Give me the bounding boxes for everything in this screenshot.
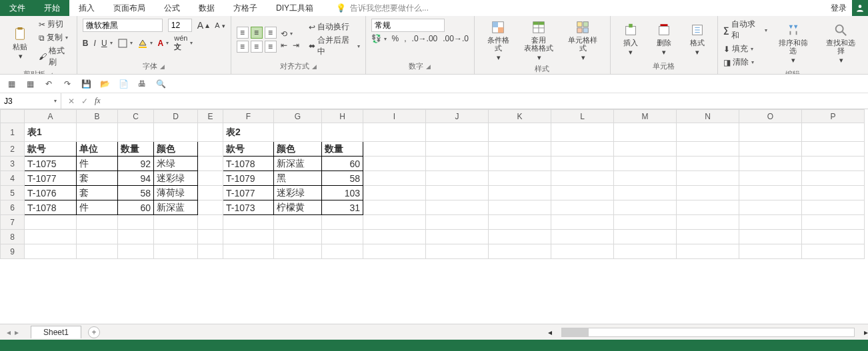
percent-button[interactable]: % <box>392 34 399 43</box>
qat-undo-button[interactable]: ↶ <box>43 78 55 90</box>
cell-I9[interactable] <box>363 244 426 259</box>
tab-2[interactable]: 页面布局 <box>104 0 155 16</box>
cell-B8[interactable] <box>77 230 118 244</box>
cell-J1[interactable] <box>426 123 489 142</box>
cell-A2[interactable]: 款号 <box>25 142 77 157</box>
qat-preview-button[interactable]: 🔍 <box>155 78 167 90</box>
cell-A9[interactable] <box>25 244 77 259</box>
cell-N9[interactable] <box>677 244 739 259</box>
cell-K2[interactable] <box>489 142 551 157</box>
qat-btn-2[interactable]: ▦ <box>24 78 36 90</box>
cell-C9[interactable] <box>118 244 154 259</box>
cell-J4[interactable] <box>426 171 489 186</box>
autosum-button[interactable]: ∑自动求和▾ <box>723 19 767 41</box>
cell-J7[interactable] <box>426 215 489 230</box>
cell-A3[interactable]: T-1075 <box>25 157 77 171</box>
qat-redo-button[interactable]: ↷ <box>61 78 73 90</box>
alignment-grid[interactable]: ≡≡≡ ≡≡≡ <box>237 27 277 53</box>
cell-O9[interactable] <box>739 244 802 259</box>
cell-M5[interactable] <box>614 186 677 200</box>
qat-new-button[interactable]: 📄 <box>117 78 129 90</box>
cell-N1[interactable] <box>677 123 739 142</box>
row-header-7[interactable]: 7 <box>1 215 25 230</box>
italic-button[interactable]: I <box>94 39 96 48</box>
name-box[interactable]: ▾ <box>0 93 61 109</box>
col-header-I[interactable]: I <box>363 110 426 123</box>
cell-A5[interactable]: T-1076 <box>25 186 77 200</box>
cell-L3[interactable] <box>551 157 614 171</box>
cell-E5[interactable] <box>198 186 223 200</box>
cell-P3[interactable] <box>802 157 865 171</box>
cell-I7[interactable] <box>363 215 426 230</box>
dialog-launcher-icon[interactable]: ◢ <box>312 63 317 70</box>
cell-M7[interactable] <box>614 215 677 230</box>
cell-L8[interactable] <box>551 230 614 244</box>
row-header-8[interactable]: 8 <box>1 230 25 244</box>
cell-E9[interactable] <box>198 244 223 259</box>
cell-E4[interactable] <box>198 171 223 186</box>
cell-F5[interactable]: T-1077 <box>223 186 274 200</box>
cell-F4[interactable]: T-1079 <box>223 171 274 186</box>
col-header-M[interactable]: M <box>614 110 677 123</box>
merge-center-button[interactable]: ⬌合并后居中▾ <box>309 35 360 57</box>
cell-P6[interactable] <box>802 200 865 215</box>
cell-D7[interactable] <box>154 215 198 230</box>
number-format-select[interactable] <box>371 19 445 32</box>
cell-K5[interactable] <box>489 186 551 200</box>
scroll-left-icon[interactable]: ◂ <box>548 328 552 337</box>
cell-D4[interactable]: 迷彩绿 <box>154 171 198 186</box>
cell-P5[interactable] <box>802 186 865 200</box>
cell-B2[interactable]: 单位 <box>77 142 118 157</box>
find-select-button[interactable]: 查找和选择▾ <box>819 21 863 65</box>
qat-open-button[interactable]: 📂 <box>99 78 111 90</box>
cell-D2[interactable]: 颜色 <box>154 142 198 157</box>
cell-J9[interactable] <box>426 244 489 259</box>
scroll-right-icon[interactable]: ▸ <box>864 328 868 337</box>
cell-F8[interactable] <box>223 230 274 244</box>
copy-button[interactable]: ⧉复制▾ <box>39 32 71 43</box>
sort-filter-button[interactable]: 排序和筛选▾ <box>771 21 815 65</box>
sheet-tab-active[interactable]: Sheet1 <box>31 326 81 338</box>
col-header-L[interactable]: L <box>551 110 614 123</box>
decrease-font-button[interactable]: A▾ <box>215 21 225 29</box>
cell-H7[interactable] <box>322 215 363 230</box>
cell-G8[interactable] <box>274 230 322 244</box>
cell-I1[interactable] <box>363 123 426 142</box>
cell-F2[interactable]: 款号 <box>223 142 274 157</box>
bold-button[interactable]: B <box>83 39 89 48</box>
cell-D6[interactable]: 新深蓝 <box>154 200 198 215</box>
cell-H5[interactable]: 103 <box>322 186 363 200</box>
cell-O7[interactable] <box>739 215 802 230</box>
clear-button[interactable]: ◨清除▾ <box>723 57 767 68</box>
cell-B1[interactable] <box>77 123 118 142</box>
cell-C8[interactable] <box>118 230 154 244</box>
cell-O8[interactable] <box>739 230 802 244</box>
cell-J2[interactable] <box>426 142 489 157</box>
font-name-select[interactable] <box>83 19 163 32</box>
cell-H9[interactable] <box>322 244 363 259</box>
cell-M9[interactable] <box>614 244 677 259</box>
tab-4[interactable]: 数据 <box>189 0 224 16</box>
cell-K8[interactable] <box>489 230 551 244</box>
cell-M8[interactable] <box>614 230 677 244</box>
cell-C7[interactable] <box>118 215 154 230</box>
cell-M3[interactable] <box>614 157 677 171</box>
cell-H1[interactable] <box>322 123 363 142</box>
cell-E3[interactable] <box>198 157 223 171</box>
fill-color-button[interactable]: ▾ <box>138 39 153 48</box>
cell-J6[interactable] <box>426 200 489 215</box>
cell-H2[interactable]: 数量 <box>322 142 363 157</box>
cell-G9[interactable] <box>274 244 322 259</box>
tab-nav-first-icon[interactable]: ◂ <box>7 328 11 337</box>
col-header-G[interactable]: G <box>274 110 322 123</box>
cell-I5[interactable] <box>363 186 426 200</box>
user-avatar-icon[interactable] <box>852 0 868 16</box>
accept-formula-icon[interactable]: ✓ <box>81 97 88 106</box>
col-header-B[interactable]: B <box>77 110 118 123</box>
cell-D1[interactable] <box>154 123 198 142</box>
format-as-table-button[interactable]: 套用 表格格式▾ <box>521 19 557 63</box>
formula-input[interactable] <box>107 93 868 109</box>
cell-N2[interactable] <box>677 142 739 157</box>
cell-H3[interactable]: 60 <box>322 157 363 171</box>
cell-C1[interactable] <box>118 123 154 142</box>
